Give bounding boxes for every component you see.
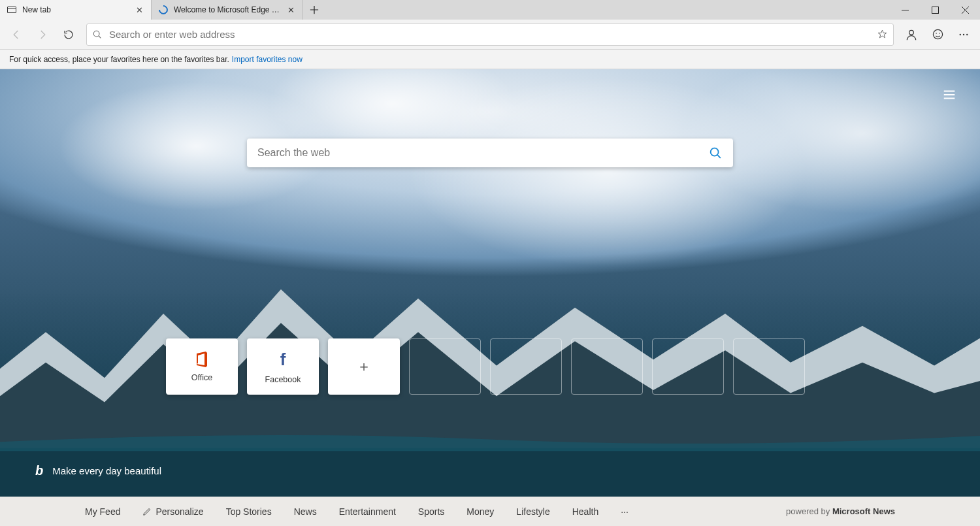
tab-title: Welcome to Microsoft Edge Dev: [174, 5, 280, 14]
svg-point-5: [939, 33, 940, 34]
favorites-hint-text: For quick access, place your favorites h…: [9, 55, 229, 64]
import-favorites-link[interactable]: Import favorites now: [232, 55, 302, 64]
tile-placeholder[interactable]: [571, 338, 643, 395]
news-item-money[interactable]: Money: [466, 506, 494, 517]
svg-point-9: [711, 148, 719, 156]
close-window-button[interactable]: [950, 0, 980, 20]
tile-add[interactable]: ＋: [328, 338, 400, 395]
minimize-button[interactable]: [890, 0, 920, 20]
news-item-myfeed[interactable]: My Feed: [85, 506, 120, 517]
svg-point-3: [933, 29, 942, 39]
powered-by-label: powered by Microsoft News: [786, 506, 895, 516]
powered-by-prefix: powered by: [786, 506, 832, 516]
bing-tagline: b Make every day beautiful: [35, 463, 161, 478]
news-item-lifestyle[interactable]: Lifestyle: [516, 506, 549, 517]
news-bar: My Feed Personalize Top Stories News Ent…: [0, 497, 980, 526]
settings-more-button[interactable]: [951, 22, 976, 47]
web-search-input[interactable]: [257, 147, 708, 159]
news-item-topstories[interactable]: Top Stories: [226, 506, 272, 517]
news-item-sports[interactable]: Sports: [418, 506, 444, 517]
news-item-label: Personalize: [155, 506, 203, 517]
maximize-button[interactable]: [920, 0, 950, 20]
svg-rect-0: [932, 7, 938, 13]
profile-button[interactable]: [899, 22, 924, 47]
newtab-favicon: [7, 5, 17, 15]
web-search-submit-icon[interactable]: [708, 146, 723, 160]
window-controls: [890, 0, 980, 20]
svg-point-8: [966, 33, 968, 35]
tile-placeholder[interactable]: [733, 338, 805, 395]
tile-facebook[interactable]: f Facebook: [247, 338, 319, 395]
news-more-button[interactable]: ···: [621, 506, 629, 517]
svg-point-7: [963, 33, 964, 35]
toolbar: [0, 20, 980, 50]
tile-placeholder[interactable]: [652, 338, 724, 395]
news-item-news[interactable]: News: [294, 506, 317, 517]
edge-favicon: [158, 5, 169, 15]
svg-point-4: [936, 33, 937, 34]
tile-office[interactable]: Office: [166, 338, 238, 395]
tab-close-button[interactable]: ✕: [134, 5, 144, 15]
new-tab-page: Office f Facebook ＋ b Make every day bea…: [0, 69, 980, 497]
tab-strip: New tab ✕ Welcome to Microsoft Edge Dev …: [0, 0, 980, 20]
office-icon: [194, 351, 210, 368]
tab-edge-welcome[interactable]: Welcome to Microsoft Edge Dev ✕: [152, 0, 303, 20]
news-item-personalize[interactable]: Personalize: [142, 506, 203, 517]
pencil-icon: [142, 507, 152, 516]
address-input[interactable]: [109, 29, 872, 40]
tile-label: Facebook: [265, 375, 301, 384]
svg-point-2: [909, 30, 914, 35]
tab-title: New tab: [22, 5, 129, 14]
facebook-icon: f: [280, 350, 286, 370]
tab-new-tab[interactable]: New tab ✕: [0, 0, 152, 20]
svg-point-1: [93, 31, 99, 37]
bing-tagline-text: Make every day beautiful: [52, 465, 161, 476]
quick-links-row: Office f Facebook ＋: [166, 338, 805, 395]
news-item-health[interactable]: Health: [572, 506, 598, 517]
web-search-box[interactable]: [247, 139, 733, 167]
plus-icon: ＋: [357, 357, 371, 376]
tile-placeholder[interactable]: [409, 338, 481, 395]
search-icon: [92, 29, 103, 40]
news-item-entertainment[interactable]: Entertainment: [339, 506, 396, 517]
favorite-star-icon[interactable]: [877, 29, 888, 40]
feedback-smiley-button[interactable]: [925, 22, 950, 47]
tile-label: Office: [191, 373, 212, 382]
tab-close-button[interactable]: ✕: [286, 5, 296, 15]
refresh-button[interactable]: [56, 22, 81, 47]
powered-by-brand: Microsoft News: [832, 506, 895, 516]
favorites-hint-bar: For quick access, place your favorites h…: [0, 50, 980, 69]
address-bar[interactable]: [86, 24, 894, 46]
page-settings-button[interactable]: [942, 88, 956, 102]
back-button[interactable]: [4, 22, 29, 47]
svg-point-6: [960, 33, 961, 35]
forward-button[interactable]: [30, 22, 55, 47]
bing-logo-icon: b: [35, 463, 43, 478]
new-tab-button[interactable]: [303, 0, 325, 20]
tile-placeholder[interactable]: [490, 338, 562, 395]
